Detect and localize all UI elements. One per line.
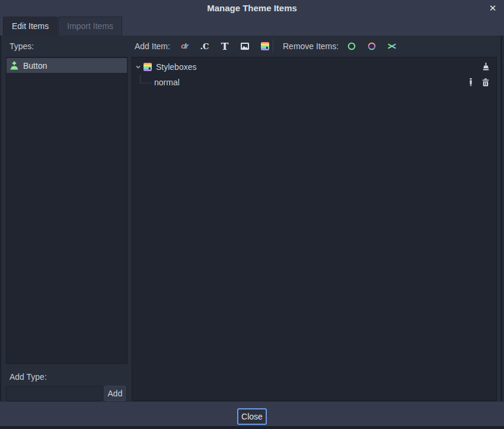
add-item-toolbar: clr .C T [179, 41, 270, 52]
type-list-item-button[interactable]: Button [7, 58, 127, 73]
clear-all-broom-icon [481, 62, 490, 72]
remove-items-label: Remove Items: [283, 41, 339, 51]
title-bar: Manage Theme Items ✕ [0, 0, 504, 17]
add-font-item-button[interactable]: T [219, 41, 230, 52]
constant-item-icon: .C [200, 42, 209, 51]
add-stylebox-item-button[interactable] [260, 41, 270, 52]
font-item-icon: T [221, 40, 229, 52]
add-type-input[interactable] [6, 386, 102, 401]
tab-import-items[interactable]: Import Items [58, 17, 122, 36]
button-node-icon [9, 61, 19, 71]
window-edge-bottom [0, 426, 504, 429]
window-edge-left [0, 36, 1, 401]
remove-class-items-icon [347, 41, 356, 51]
add-image-item-button[interactable] [240, 41, 250, 52]
tree-branch-line [140, 75, 152, 90]
color-item-icon: clr [181, 41, 188, 52]
tree-root-label: Styleboxes [156, 62, 196, 72]
clear-all-button[interactable] [481, 62, 490, 72]
rename-pencil-icon [468, 78, 474, 87]
delete-trash-icon [481, 78, 490, 87]
stylebox-icon [143, 62, 152, 72]
close-button[interactable]: Close [237, 408, 267, 425]
rename-item-button[interactable] [468, 78, 474, 87]
image-item-icon [240, 41, 250, 51]
type-list: Button [6, 57, 127, 364]
tab-import-items-label: Import Items [67, 21, 113, 31]
remove-custom-items-icon [367, 41, 377, 51]
tree-row-styleboxes[interactable]: Styleboxes [132, 59, 496, 75]
tree-row-normal[interactable]: normal [132, 75, 496, 90]
remove-custom-items-button[interactable] [366, 41, 377, 52]
tab-bar: Edit Items Import Items [0, 17, 504, 36]
remove-class-items-button[interactable] [346, 41, 357, 52]
tab-edit-items[interactable]: Edit Items [3, 17, 58, 36]
tree-item-label: normal [154, 78, 180, 87]
tab-edit-items-label: Edit Items [12, 21, 49, 31]
remove-all-items-icon [387, 41, 397, 51]
add-color-item-button[interactable]: clr [179, 41, 190, 52]
add-type-label: Add Type: [9, 372, 47, 382]
add-constant-item-button[interactable]: .C [199, 41, 210, 52]
toolbar-separator [273, 39, 273, 52]
theme-items-tree: Styleboxes normal [132, 57, 497, 401]
delete-item-button[interactable] [481, 78, 490, 87]
add-type-button[interactable]: Add [104, 386, 126, 401]
window-edge-right [500, 36, 502, 401]
manage-theme-items-dialog: Manage Theme Items ✕ Edit Items Import I… [0, 0, 504, 429]
stylebox-item-icon [260, 41, 270, 51]
close-icon[interactable]: ✕ [487, 2, 499, 15]
type-list-item-label: Button [23, 61, 47, 71]
dialog-title: Manage Theme Items [0, 0, 504, 17]
remove-all-items-button[interactable] [387, 41, 397, 52]
types-label: Types: [9, 41, 34, 51]
chevron-down-icon[interactable] [135, 64, 141, 70]
remove-items-toolbar [346, 41, 397, 52]
add-item-label: Add Item: [135, 41, 170, 51]
